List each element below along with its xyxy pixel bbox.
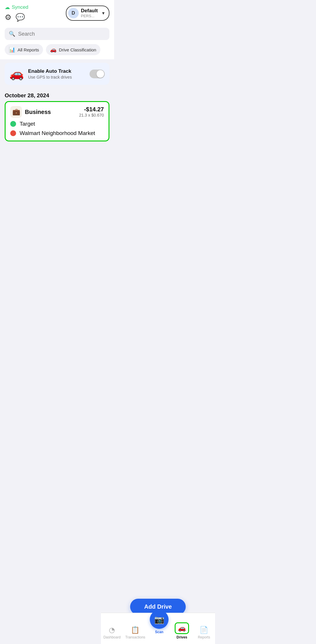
header-icons: ⚙ 💬 <box>5 13 28 22</box>
destination-dot <box>10 130 16 136</box>
auto-track-text: Enable Auto Track Use GPS to track drive… <box>28 68 85 79</box>
business-icon: 💼 <box>10 106 22 118</box>
drive-amount-value: -$14.27 <box>79 106 104 113</box>
profile-sub: PERS... <box>81 14 98 18</box>
auto-track-banner: 🚗 Enable Auto Track Use GPS to track dri… <box>5 63 109 85</box>
search-input[interactable] <box>18 31 105 37</box>
bottom-nav: ◔ Dashboard 📋 Transactions 📷 Scan 🚗 Driv… <box>101 613 114 644</box>
date-heading: October 28, 2024 <box>0 88 114 101</box>
destination-name: Walmart Neighborhood Market <box>20 130 95 136</box>
tab-all-reports-label: All Reports <box>18 47 39 52</box>
tab-drive-classification-label: Drive Classification <box>59 47 96 52</box>
synced-label: Synced <box>12 4 28 10</box>
drive-destination: Walmart Neighborhood Market <box>10 130 104 136</box>
toggle-knob <box>97 70 104 78</box>
auto-track-car-icon: 🚗 <box>9 67 24 81</box>
drive-origin: Target <box>10 121 104 127</box>
tab-all-reports[interactable]: 📊 All Reports <box>5 44 43 55</box>
profile-button[interactable]: D Default PERS... ▼ <box>66 6 109 21</box>
profile-info: Default PERS... <box>81 8 98 18</box>
drive-card[interactable]: 💼 Business -$14.27 21.3 x $0.670 Target … <box>5 101 109 141</box>
header-left: ☁ Synced ⚙ 💬 <box>5 4 28 22</box>
drive-card-header: 💼 Business -$14.27 21.3 x $0.670 <box>10 106 104 118</box>
auto-track-subtitle: Use GPS to track drives <box>28 75 85 79</box>
origin-dot <box>10 121 16 127</box>
nav-dashboard-label: Dashboard <box>103 635 114 639</box>
search-icon: 🔍 <box>9 31 15 37</box>
cloud-icon: ☁ <box>5 4 10 11</box>
search-container: 🔍 <box>0 25 114 44</box>
avatar: D <box>68 8 79 18</box>
nav-dashboard[interactable]: ◔ Dashboard <box>103 626 114 639</box>
tab-drive-classification[interactable]: 🚗 Drive Classification <box>46 44 100 55</box>
header: ☁ Synced ⚙ 💬 D Default PERS... ▼ <box>0 0 114 25</box>
messages-icon[interactable]: 💬 <box>16 13 25 22</box>
profile-name: Default <box>81 8 98 14</box>
auto-track-toggle[interactable] <box>90 70 105 78</box>
origin-name: Target <box>20 121 35 127</box>
settings-icon[interactable]: ⚙ <box>5 13 11 22</box>
drive-type-label: Business <box>25 109 51 115</box>
drive-amount-calc: 21.3 x $0.670 <box>79 113 104 117</box>
drive-type: 💼 Business <box>10 106 51 118</box>
search-bar[interactable]: 🔍 <box>5 28 109 40</box>
dashboard-icon: ◔ <box>109 626 114 634</box>
drive-amount: -$14.27 21.3 x $0.670 <box>79 106 104 117</box>
filter-tabs: 📊 All Reports 🚗 Drive Classification <box>0 44 114 59</box>
all-reports-icon: 📊 <box>9 46 15 53</box>
drive-classification-icon: 🚗 <box>50 46 56 53</box>
chevron-down-icon: ▼ <box>101 11 105 15</box>
synced-row: ☁ Synced <box>5 4 28 11</box>
drive-locations: Target Walmart Neighborhood Market <box>10 121 104 136</box>
auto-track-title: Enable Auto Track <box>28 68 85 74</box>
